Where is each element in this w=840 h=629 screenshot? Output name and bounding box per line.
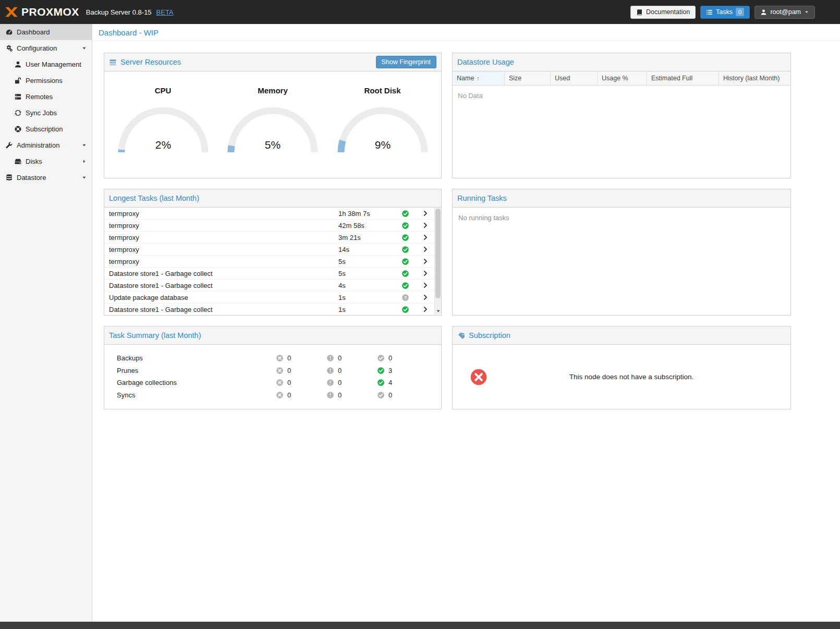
scrollbar[interactable] bbox=[434, 208, 441, 314]
user-menu-button[interactable]: root@pam bbox=[754, 6, 815, 19]
chevron-right-icon[interactable] bbox=[422, 210, 429, 216]
sidebar-item-configuration[interactable]: Configuration bbox=[0, 40, 92, 56]
task-row[interactable]: termproxy3m 21s bbox=[104, 232, 434, 244]
sidebar-item-sync-jobs[interactable]: Sync Jobs bbox=[0, 105, 92, 121]
sidebar-item-user-management[interactable]: User Management bbox=[0, 56, 92, 72]
column-header-used[interactable]: Used bbox=[551, 71, 598, 85]
ok-count-value: 0 bbox=[388, 391, 392, 399]
error-icon bbox=[276, 354, 284, 362]
chevron-right-icon[interactable] bbox=[422, 222, 429, 228]
column-header-estimated-full[interactable]: Estimated Full bbox=[647, 71, 719, 85]
column-label: Name bbox=[457, 75, 474, 82]
tasks-count-badge: 0 bbox=[736, 8, 744, 16]
longest-tasks-list: termproxy1h 38m 7stermproxy42m 58stermpr… bbox=[104, 208, 441, 314]
hdd-icon bbox=[14, 158, 22, 165]
task-summary-label: Garbage collections bbox=[104, 379, 276, 386]
chevron-down-icon bbox=[804, 9, 809, 15]
sidebar-item-datastore[interactable]: Datastore bbox=[0, 170, 92, 186]
bottom-bar bbox=[0, 622, 840, 629]
task-row[interactable]: termproxy5s bbox=[104, 256, 434, 268]
column-header-usage[interactable]: Usage % bbox=[598, 71, 647, 85]
chevron-right-icon[interactable] bbox=[422, 258, 429, 264]
subscription-message: This node does not have a subscription. bbox=[488, 373, 790, 381]
task-summary-label: Syncs bbox=[104, 391, 276, 399]
caret-down-icon[interactable] bbox=[81, 175, 87, 180]
longest-tasks-panel: Longest Tasks (last Month) termproxy1h 3… bbox=[104, 189, 442, 316]
panel-title: Running Tasks bbox=[457, 194, 507, 202]
ok-count-value: 3 bbox=[388, 367, 392, 374]
running-tasks-header: Running Tasks bbox=[453, 189, 790, 208]
task-name: termproxy bbox=[104, 234, 338, 241]
subscription-panel: Subscription This node does not have a s… bbox=[452, 326, 791, 409]
chevron-right-icon[interactable] bbox=[422, 246, 429, 252]
gauge-memory: Memory5% bbox=[222, 86, 324, 159]
database-icon bbox=[5, 174, 13, 182]
error-count: 0 bbox=[276, 367, 326, 374]
proxmox-logo: PROXMOX bbox=[4, 5, 79, 19]
sidebar-item-remotes[interactable]: Remotes bbox=[0, 89, 92, 105]
status-ok-icon bbox=[401, 210, 409, 217]
show-fingerprint-button[interactable]: Show Fingerprint bbox=[376, 56, 437, 68]
chevron-right-icon[interactable] bbox=[422, 306, 429, 312]
task-row[interactable]: termproxy14s bbox=[104, 244, 434, 256]
tasks-button[interactable]: Tasks 0 bbox=[700, 6, 750, 19]
ok-icon bbox=[377, 379, 385, 386]
task-duration: 5s bbox=[338, 270, 394, 277]
chevron-right-icon[interactable] bbox=[422, 234, 429, 240]
column-label: Usage % bbox=[602, 75, 628, 82]
chevron-right-icon[interactable] bbox=[422, 270, 429, 276]
beta-link[interactable]: BETA bbox=[156, 8, 174, 16]
sidebar-item-label: Sync Jobs bbox=[26, 109, 57, 117]
sidebar-item-permissions[interactable]: Permissions bbox=[0, 72, 92, 89]
ok-count: 4 bbox=[377, 379, 428, 386]
task-row[interactable]: Datastore store1 - Garbage collect4s bbox=[104, 280, 434, 292]
column-header-name[interactable]: Name↑ bbox=[453, 71, 505, 85]
caret-right-icon[interactable] bbox=[81, 159, 87, 164]
longest-tasks-rows: termproxy1h 38m 7stermproxy42m 58stermpr… bbox=[104, 208, 434, 314]
chevron-right-icon[interactable] bbox=[422, 294, 429, 300]
documentation-button[interactable]: Documentation bbox=[630, 6, 696, 19]
task-row[interactable]: termproxy1h 38m 7s bbox=[104, 208, 434, 220]
status-ok-icon bbox=[401, 258, 409, 265]
task-duration: 1h 38m 7s bbox=[338, 210, 394, 217]
task-row[interactable]: termproxy42m 58s bbox=[104, 220, 434, 232]
task-summary-row: Prunes003 bbox=[104, 365, 441, 377]
warning-count-value: 0 bbox=[338, 354, 342, 362]
warning-count: 0 bbox=[326, 367, 377, 374]
wrench-icon bbox=[5, 141, 13, 149]
scrollbar-thumb[interactable] bbox=[435, 209, 441, 298]
main-content: Dashboard - WIP Server Resources Show Fi… bbox=[92, 24, 840, 622]
task-row[interactable]: Datastore store1 - Garbage collect5s bbox=[104, 268, 434, 280]
sidebar-item-label: Datastore bbox=[17, 174, 46, 182]
ok-count: 3 bbox=[377, 367, 428, 374]
sidebar-item-disks[interactable]: Disks bbox=[0, 153, 92, 170]
task-duration: 1s bbox=[338, 306, 394, 313]
task-row[interactable]: Datastore store1 - Garbage collect1s bbox=[104, 304, 434, 314]
warning-count-value: 0 bbox=[338, 379, 342, 386]
running-tasks-panel: Running Tasks No running tasks bbox=[452, 189, 791, 316]
sidebar-item-administration[interactable]: Administration bbox=[0, 137, 92, 153]
sidebar-item-label: User Management bbox=[26, 61, 81, 68]
caret-down-icon[interactable] bbox=[81, 142, 87, 148]
task-list-icon bbox=[706, 9, 713, 16]
scrollbar-down-arrow-icon[interactable] bbox=[435, 308, 441, 314]
caret-down-icon[interactable] bbox=[81, 45, 87, 51]
error-icon bbox=[276, 367, 284, 374]
user-icon bbox=[14, 61, 22, 68]
task-summary-label: Prunes bbox=[104, 367, 276, 374]
column-header-size[interactable]: Size bbox=[505, 71, 551, 85]
user-menu-label: root@pam bbox=[770, 8, 801, 16]
warning-count-value: 0 bbox=[338, 391, 342, 399]
sidebar-item-dashboard[interactable]: Dashboard bbox=[0, 24, 92, 40]
warning-icon bbox=[326, 367, 334, 374]
chevron-right-icon[interactable] bbox=[422, 282, 429, 288]
error-count: 0 bbox=[276, 379, 326, 386]
task-name: termproxy bbox=[104, 210, 338, 217]
sidebar-item-subscription[interactable]: Subscription bbox=[0, 121, 92, 137]
error-icon bbox=[276, 379, 284, 386]
task-row[interactable]: Update package database1s? bbox=[104, 292, 434, 304]
error-count: 0 bbox=[276, 354, 326, 362]
column-header-history-last-month[interactable]: History (last Month) bbox=[719, 71, 790, 85]
task-duration: 14s bbox=[338, 246, 394, 253]
task-summary-row: Backups000 bbox=[104, 352, 441, 365]
